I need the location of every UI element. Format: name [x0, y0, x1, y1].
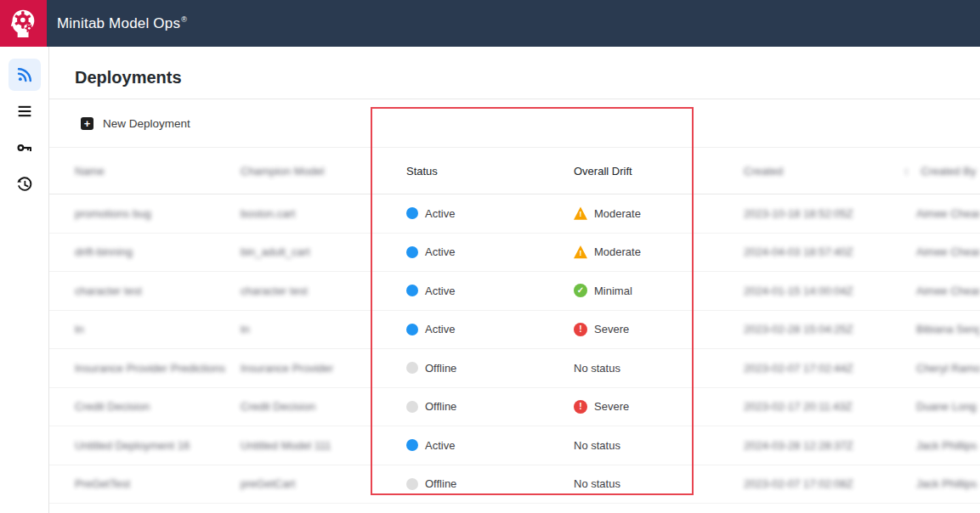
champion-model: Credit Decision — [241, 400, 406, 413]
deployment-name: PreGetTest — [75, 477, 241, 490]
status-label: Offline — [425, 400, 456, 413]
drift-label: Minimal — [594, 285, 632, 297]
column-header-champion-model[interactable]: Champion Model — [241, 165, 406, 178]
sidebar-item-list[interactable] — [8, 95, 41, 127]
status-dot-icon — [406, 285, 418, 296]
drift-icon — [574, 400, 587, 414]
champion-model: character test — [241, 285, 406, 297]
created-by: Bibiana Seng — [904, 323, 980, 335]
champion-model: tn — [241, 323, 406, 335]
deployment-name: tn — [75, 323, 241, 335]
app-logo — [0, 0, 47, 47]
status-dot-icon — [406, 324, 418, 335]
created-timestamp: 2023-02-17 20:11:43Z — [744, 400, 904, 413]
rss-icon — [15, 65, 34, 84]
list-icon — [15, 102, 34, 121]
drift-cell: No status — [574, 362, 744, 375]
champion-model: preGetCart — [241, 477, 406, 490]
drift-label: Moderate — [594, 207, 641, 220]
created-timestamp: 2024-03-28 12:28:37Z — [744, 439, 904, 452]
drift-label: No status — [574, 439, 620, 452]
app-title: Minitab Model Ops® — [57, 15, 187, 32]
column-header-name[interactable]: Name — [75, 165, 241, 178]
table-row[interactable]: character test character test Active Min… — [48, 272, 980, 311]
status-dot-icon — [406, 362, 418, 374]
status-cell: Active — [406, 439, 574, 452]
drift-cell: Moderate — [574, 245, 744, 259]
created-timestamp: 2024-04-03 18:57:40Z — [744, 245, 904, 258]
status-cell: Offline — [406, 477, 574, 490]
top-bar: Minitab Model Ops® — [0, 0, 980, 47]
column-header-overall-drift[interactable]: Overall Drift — [574, 165, 744, 178]
drift-label: No status — [574, 362, 620, 375]
drift-cell: Severe — [574, 400, 744, 414]
table-body: promotions bug boston.cart Active Modera… — [48, 194, 980, 504]
new-deployment-button[interactable]: + New Deployment — [81, 117, 190, 130]
status-dot-icon — [406, 439, 418, 451]
status-label: Active — [425, 323, 455, 335]
toolbar: + New Deployment — [48, 99, 980, 148]
champion-model: boston.cart — [241, 207, 406, 220]
status-label: Active — [425, 285, 455, 297]
created-timestamp: 2024-01-15 14:00:04Z — [744, 285, 904, 297]
deployment-name: Insurance Provider Predictions — [75, 362, 241, 375]
created-timestamp: 2023-10-18 18:52:05Z — [744, 207, 904, 220]
champion-model: Untitled Model 111 — [241, 439, 406, 452]
deployment-name: drift-binning — [75, 245, 241, 258]
table-row[interactable]: Credit Decision Credit Decision Offline … — [48, 388, 980, 427]
column-header-created[interactable]: Created — [744, 165, 904, 178]
status-label: Active — [425, 245, 455, 258]
table-row[interactable]: Insurance Provider Predictions Insurance… — [48, 349, 980, 388]
created-by: Duane Long — [904, 400, 980, 413]
created-timestamp: 2023-02-07 17:02:44Z — [744, 362, 904, 375]
drift-cell: Moderate — [574, 206, 744, 220]
drift-label: Severe — [594, 323, 629, 335]
deployment-name: Credit Decision — [75, 400, 241, 413]
created-timestamp: 2023-02-28 15:04:25Z — [744, 323, 904, 335]
champion-model: bin_adult_cart — [241, 245, 406, 258]
status-dot-icon — [406, 401, 418, 413]
drift-cell: Severe — [574, 323, 744, 336]
table-row[interactable]: promotions bug boston.cart Active Modera… — [48, 194, 980, 234]
sidebar-item-history[interactable] — [8, 168, 41, 200]
column-header-created-by[interactable]: ↑ Created By — [904, 165, 980, 178]
sidebar — [0, 47, 49, 513]
plus-icon: + — [81, 117, 93, 130]
created-by: Cheryl Ramona — [904, 362, 980, 375]
sidebar-item-keys[interactable] — [8, 132, 41, 164]
deployment-name: promotions bug — [75, 207, 241, 220]
key-icon — [15, 138, 34, 157]
status-dot-icon — [406, 207, 418, 219]
drift-icon — [574, 206, 587, 220]
drift-icon — [574, 245, 587, 259]
head-gear-logo-icon — [7, 7, 41, 41]
status-label: Offline — [425, 477, 456, 490]
column-header-status[interactable]: Status — [406, 165, 574, 178]
status-label: Offline — [425, 362, 456, 375]
table-header-row: Name Champion Model Status Overall Drift… — [48, 148, 980, 194]
table-row[interactable]: PreGetTest preGetCart Offline No status … — [48, 465, 980, 505]
sidebar-item-deployments[interactable] — [8, 59, 41, 91]
created-by: Aimee Cheam — [904, 207, 980, 220]
table-row[interactable]: drift-binning bin_adult_cart Active Mode… — [48, 234, 980, 273]
status-cell: Offline — [406, 400, 574, 413]
created-by: Aimee Cheam — [904, 285, 980, 297]
status-label: Active — [425, 207, 455, 220]
created-by: Jack Phillips — [904, 439, 980, 452]
table-row[interactable]: tn tn Active Severe 2023-02-28 15:04:25Z… — [48, 311, 980, 350]
created-by: Aimee Cheam — [904, 245, 980, 258]
table-row[interactable]: Untitled Deployment 16 Untitled Model 11… — [48, 426, 980, 465]
status-dot-icon — [406, 478, 418, 490]
status-label: Active — [425, 439, 455, 452]
main-content: Deployments + New Deployment Name Champi… — [48, 47, 980, 513]
champion-model: Insurance Provider — [241, 362, 406, 375]
status-cell: Active — [406, 323, 574, 335]
drift-label: Moderate — [594, 245, 641, 258]
status-cell: Active — [406, 207, 574, 220]
created-timestamp: 2023-02-07 17:02:08Z — [744, 477, 904, 490]
drift-cell: No status — [574, 477, 744, 490]
drift-icon — [574, 323, 587, 336]
sort-ascending-icon: ↑ — [904, 165, 909, 178]
page-title: Deployments — [48, 47, 980, 99]
drift-cell: Minimal — [574, 284, 744, 297]
